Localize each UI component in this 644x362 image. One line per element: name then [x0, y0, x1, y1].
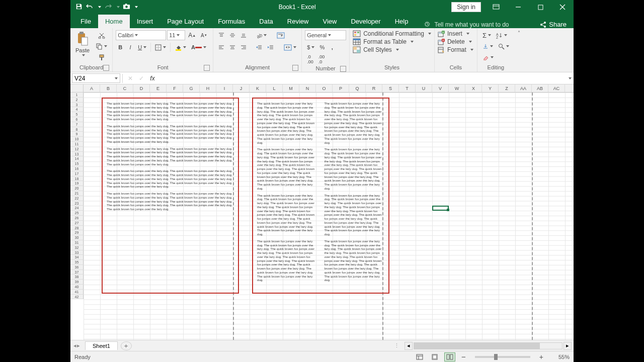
sheet-tab-sheet1[interactable]: Sheet1 — [85, 341, 118, 350]
row-header[interactable]: 25 — [70, 211, 84, 216]
qat-customize[interactable] — [135, 6, 138, 8]
column-header[interactable]: M — [283, 84, 299, 92]
tab-insert[interactable]: Insert — [130, 15, 160, 28]
column-header[interactable]: J — [233, 84, 250, 92]
font-name-combo[interactable]: Calibri — [116, 30, 166, 40]
column-header[interactable]: F — [167, 84, 183, 92]
autosum-button[interactable]: Σ — [480, 30, 493, 40]
ribbon-display-options[interactable] — [485, 0, 507, 14]
normal-view-button[interactable] — [414, 352, 425, 361]
row-header[interactable]: 32 — [70, 245, 84, 250]
row-header[interactable]: 21 — [70, 191, 84, 196]
row-header[interactable]: 12 — [70, 147, 84, 152]
cell-styles-button[interactable]: Cell Styles — [353, 46, 431, 53]
row-header[interactable]: 24 — [70, 206, 84, 211]
row-header[interactable]: 40 — [70, 285, 84, 290]
fill-button[interactable] — [480, 41, 495, 51]
row-header[interactable]: 3 — [70, 103, 84, 108]
paste-dropdown[interactable] — [82, 54, 85, 56]
column-header[interactable]: O — [316, 84, 333, 92]
new-sheet-button[interactable]: ＋ — [121, 341, 132, 350]
percent-format-button[interactable]: % — [317, 42, 327, 52]
column-header[interactable]: S — [382, 84, 399, 92]
scroll-right-button[interactable]: ▸ — [564, 342, 572, 350]
wrap-text-button[interactable] — [275, 30, 287, 40]
decrease-indent-button[interactable] — [254, 42, 264, 52]
name-box[interactable]: V24 — [72, 73, 120, 83]
row-header[interactable]: 28 — [70, 226, 84, 231]
tell-me-search[interactable]: Tell me what you want to do — [415, 21, 533, 28]
paste-button[interactable]: Paste — [73, 30, 92, 57]
underline-button[interactable]: U — [136, 42, 148, 52]
row-header[interactable]: 30 — [70, 235, 84, 240]
row-header[interactable]: 39 — [70, 280, 84, 285]
zoom-slider[interactable] — [475, 356, 530, 358]
tab-review[interactable]: Review — [280, 15, 316, 28]
close-button[interactable] — [551, 0, 574, 14]
row-header[interactable]: 37 — [70, 270, 84, 275]
cancel-formula-icon[interactable]: ✕ — [125, 75, 136, 82]
column-header[interactable]: H — [200, 84, 216, 92]
column-header[interactable]: D — [133, 84, 150, 92]
share-button[interactable]: Share — [533, 21, 574, 28]
tab-page-layout[interactable]: Page Layout — [160, 15, 211, 28]
select-all-corner[interactable] — [70, 84, 84, 92]
row-header[interactable]: 18 — [70, 176, 84, 182]
conditional-formatting-button[interactable]: Conditional Formatting — [353, 30, 431, 37]
column-header[interactable]: W — [449, 84, 465, 92]
hscroll-thumb[interactable] — [414, 343, 540, 349]
clear-button[interactable] — [480, 52, 496, 62]
row-header[interactable]: 5 — [70, 112, 84, 117]
page-layout-view-button[interactable] — [429, 352, 440, 361]
accounting-format-button[interactable]: $ — [305, 42, 316, 52]
scroll-left-button[interactable]: ◂ — [405, 342, 413, 350]
sort-filter-button[interactable]: AZ — [494, 30, 509, 40]
row-header[interactable]: 23 — [70, 201, 84, 206]
formula-bar-input[interactable] — [158, 73, 565, 83]
row-header[interactable]: 17 — [70, 171, 84, 176]
column-header[interactable]: AC — [548, 84, 565, 92]
row-header[interactable]: 26 — [70, 216, 84, 221]
fill-color-button[interactable] — [173, 42, 188, 52]
row-header[interactable]: 10 — [70, 137, 84, 142]
active-cell[interactable] — [432, 206, 449, 211]
row-header[interactable]: 15 — [70, 161, 84, 166]
align-middle-button[interactable] — [227, 30, 237, 40]
column-header[interactable]: L — [266, 84, 283, 92]
textbox-1[interactable]: The quick brown fox jumps over the lazy … — [102, 98, 239, 294]
undo-icon[interactable] — [86, 3, 94, 12]
copy-button[interactable] — [94, 41, 109, 51]
zoom-level[interactable]: 55% — [549, 354, 570, 360]
textbox-2[interactable]: The quick brown fox jumps over the lazy … — [252, 98, 389, 294]
font-launcher[interactable] — [204, 65, 210, 71]
row-headers[interactable]: 1234567891011121314151617181920212223242… — [70, 93, 84, 299]
column-header[interactable]: I — [216, 84, 233, 92]
sign-in-button[interactable]: Sign in — [451, 2, 481, 12]
increase-font-button[interactable]: A▲ — [186, 30, 198, 40]
column-header[interactable]: B — [100, 84, 117, 92]
row-header[interactable]: 16 — [70, 166, 84, 171]
align-bottom-button[interactable] — [238, 30, 249, 40]
column-header[interactable]: Q — [349, 84, 366, 92]
tab-home[interactable]: Home — [98, 15, 130, 28]
column-header[interactable]: AB — [532, 84, 548, 92]
zoom-in-button[interactable]: + — [537, 353, 545, 361]
row-header[interactable]: 19 — [70, 181, 84, 186]
zoom-thumb[interactable] — [494, 354, 498, 360]
tab-developer[interactable]: Developer — [344, 15, 387, 28]
row-header[interactable]: 36 — [70, 265, 84, 270]
find-select-button[interactable] — [496, 41, 511, 51]
tab-formulas[interactable]: Formulas — [211, 15, 252, 28]
minimize-button[interactable] — [507, 0, 529, 14]
tab-scroll-left[interactable]: ◂ — [73, 342, 76, 349]
column-header[interactable]: K — [250, 84, 266, 92]
column-header[interactable]: C — [117, 84, 133, 92]
format-as-table-button[interactable]: Format as Table — [353, 38, 431, 45]
row-header[interactable]: 20 — [70, 186, 84, 191]
cut-button[interactable] — [94, 30, 109, 40]
insert-function-button[interactable]: fx — [147, 75, 158, 82]
redo-icon[interactable] — [104, 3, 112, 12]
undo-dropdown[interactable] — [98, 6, 101, 8]
format-painter-button[interactable] — [94, 52, 109, 62]
format-cells-button[interactable]: Format — [438, 46, 473, 53]
